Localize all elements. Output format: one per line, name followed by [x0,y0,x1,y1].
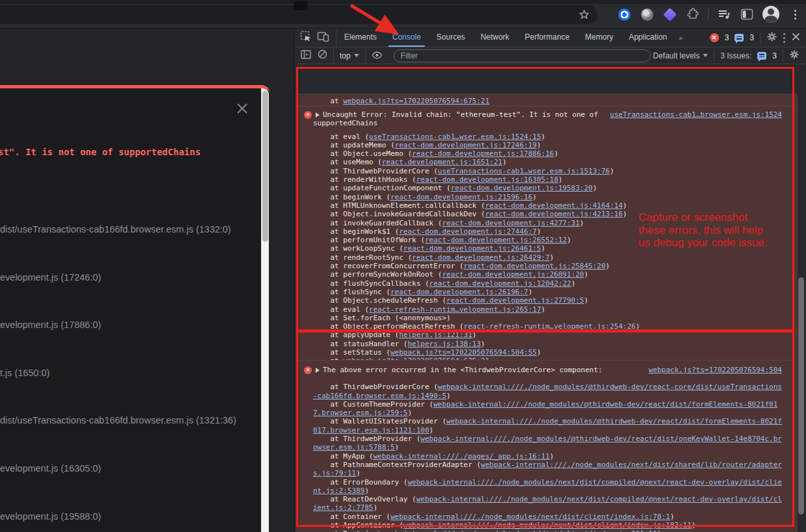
tab-memory[interactable]: Memory [577,29,621,47]
stack-link[interactable]: react-dom.development.js:25845:20 [464,262,606,270]
profile-avatar[interactable] [762,6,779,23]
overlay-scrollbar-thumb[interactable] [262,91,268,242]
devtools-close-icon[interactable] [791,32,801,44]
issues-bubble-icon[interactable] [757,52,766,60]
live-expression-eye-icon[interactable] [372,50,383,62]
extension-purple-diamond-icon[interactable] [662,7,677,21]
stack-link[interactable]: webpack-internal:///./node_modules/@thir… [313,400,777,417]
expand-triangle-icon[interactable] [316,112,320,118]
extension-circle-icon[interactable] [640,7,654,21]
stack-link[interactable]: react-dom.development.js:4164:14 [485,201,623,210]
browser-tab-stub[interactable] [294,1,308,10]
stack-link[interactable]: webpack-internal:///./node_modules/next/… [313,461,782,477]
stack-link[interactable]: react-dom.development.js:17886:16 [412,149,554,158]
stack-link[interactable]: helpers.js:121:31 [399,331,472,339]
stack-link[interactable]: webpack-internal:///./node_modules/@thir… [313,435,782,451]
message-count: 3 [749,33,754,42]
stack-link[interactable]: webpack-internal:///./node_modules/next/… [313,478,782,495]
tab-console[interactable]: Console [384,29,429,47]
side-panel-icon[interactable] [740,7,754,21]
stack-link[interactable]: webpack.js?ts=1702205076594:675:21 [343,97,489,105]
stack-link[interactable]: webpack-internal:///./node_modules/@thir… [313,383,782,399]
console-error-row: ✕ webpack.js?ts=1702205076594:504The abo… [296,361,798,532]
tab-network[interactable]: Network [473,29,517,47]
stack-link[interactable]: helpers.js:138:13 [408,340,481,348]
filter-input[interactable] [394,49,651,62]
stack-link[interactable]: react-dom.development.js:27446:7 [399,227,536,236]
stack-link[interactable]: react-dom.development.js:17246:19 [395,141,537,149]
error-overlay-dialog: st". It is not one of supportedChains di… [0,85,270,532]
overlay-frame-path: evelopment.js (16305:0) [0,463,101,474]
issues-count: 3 [772,51,777,60]
stack-link[interactable]: useTransactions-cab1…wser.esm.js:1524:15 [369,133,541,141]
stack-link[interactable]: react-dom.development.js:19583:20 [451,184,593,192]
overlay-frame-path: evelopment.js (17246:0) [0,272,101,283]
console-sidebar-icon[interactable] [301,50,311,62]
tab-elements[interactable]: Elements [336,29,384,47]
console-scrollbar-thumb[interactable] [798,277,804,514]
stack-link[interactable]: webpack-internal:///./node_modules/next/… [403,521,692,529]
stack-link[interactable]: webpack.js?ts=1702205076594:504:55 [390,348,536,357]
stack-link[interactable]: react-dom.development.js:4213:16 [485,210,623,218]
page-area: st". It is not one of supportedChains di… [0,29,294,532]
stack-link[interactable]: react-dom.development.js:12042:22 [429,279,572,288]
browser-menu-kebab-icon[interactable] [788,7,802,21]
close-icon[interactable] [234,100,252,118]
media-controls-icon[interactable] [717,7,731,21]
context-selector[interactable]: top [340,51,359,60]
stack-link[interactable]: react-refresh-runtim…velopment.js:265:17 [369,305,541,314]
console-settings-gear-icon[interactable] [789,49,800,62]
extension-blue-dot-icon[interactable] [617,7,631,21]
error-message: Uncaught Error: Invalid chain: "ethereum… [313,110,602,127]
stack-link[interactable]: webpack-internal:///./node_modules/next/… [369,529,657,532]
stack-trace: at ThirdwebProviderCore (webpack-interna… [313,383,782,532]
overlay-frame-path: evelopment.js (19588:0) [0,511,101,522]
stack-trace: at eval (useTransactions-cab1…wser.esm.j… [313,133,782,361]
devtools-menu-kebab-icon[interactable] [783,33,785,43]
source-link[interactable]: useTransactions-cab1…browser.esm.js:1524 [610,110,782,119]
tab-sources[interactable]: Sources [429,29,473,47]
issues-label[interactable]: 3 Issues: [720,51,751,60]
stack-link[interactable]: react-dom.development.js:26461:5 [403,244,541,253]
stack-link[interactable]: react-refresh-runtim…velopment.js:254:26 [464,322,636,331]
extensions-puzzle-icon[interactable] [685,7,699,21]
error-count: 3 [725,33,729,42]
chevron-down-icon [354,54,359,57]
chevron-down-icon [703,54,708,57]
stack-link[interactable]: webpack-internal:///./node_modules/next/… [390,513,670,521]
stack-link[interactable]: webpack-internal:///./node_modules/next/… [313,495,782,512]
log-levels-selector[interactable]: Default levels [653,51,708,60]
console-error-row: ✕ useTransactions-cab1…browser.esm.js:15… [296,107,798,361]
devtools-tabs: ElementsConsoleSourcesNetworkPerformance… [336,29,675,47]
tab-performance[interactable]: Performance [517,29,577,47]
expand-triangle-icon[interactable] [316,368,320,373]
stack-link[interactable]: react-dom.development.js:26552:12 [425,236,567,244]
inspect-element-icon[interactable] [300,31,312,45]
clear-console-icon[interactable] [318,49,327,62]
source-link[interactable]: webpack.js?ts=1702205076594:504 [649,366,782,374]
stack-link[interactable]: react-dom.development.js:4277:31 [442,219,580,227]
stack-link[interactable]: react-dom.development.js:26429:7 [412,253,549,262]
stack-link[interactable]: useTransactions-cab1…wser.esm.js:1513:76 [438,167,610,175]
bookmark-star-icon[interactable] [579,9,590,23]
stack-link[interactable]: react-dom.development.js:21596:16 [390,193,533,201]
stack-link[interactable]: webpack-internal:///./pages/_app.js:16:1… [373,452,550,461]
device-toolbar-icon[interactable] [317,31,329,45]
overlay-frame-path: dist/useTransactions-cab166fd.browser.es… [0,415,236,425]
more-tabs-icon[interactable]: » [675,34,686,42]
stack-link[interactable]: webpack-internal:///./node_modules/@thir… [313,417,782,434]
stack-link[interactable]: react-dom.development.js:26196:7 [390,288,528,296]
stack-link[interactable]: react.development.js:1651:21 [382,158,502,166]
devtools-tab-bar: ElementsConsoleSourcesNetworkPerformance… [295,29,806,47]
devtools-panel: ElementsConsoleSourcesNetworkPerformance… [294,29,806,532]
stack-link[interactable]: react-dom.development.js:27790:5 [446,296,584,305]
overlay-scrollbar[interactable] [261,88,269,532]
stack-link[interactable]: react-dom.development.js:16305:18 [416,175,559,184]
message-bubble-icon[interactable] [735,34,744,42]
overlay-frame-path: dist/useTransactions-cab166fd.browser.es… [0,224,231,234]
tab-application[interactable]: Application [621,29,675,47]
stack-link[interactable]: react-dom.development.js:26091:20 [442,270,585,279]
settings-gear-icon[interactable] [766,31,777,45]
error-count-icon[interactable]: ✕ [710,33,719,42]
console-output: at webpack.js?ts=1702205076594:675:21 ✕ … [295,64,806,532]
